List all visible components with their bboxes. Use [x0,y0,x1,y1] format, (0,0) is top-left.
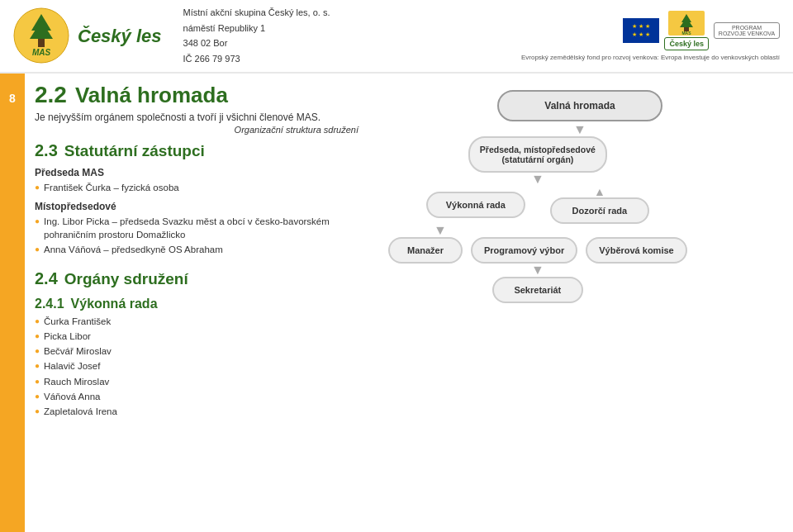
section-22-title: Valná hromada [75,83,228,108]
arrow-1-icon: ▼ [380,123,780,136]
predseda-box: Předseda, místopředsedové (statutární or… [468,136,607,173]
section-23-heading: 2.3 Statutární zástupci [35,141,359,160]
program-badge: PROGRAM ROZVOJE VENKOVA [714,22,780,39]
valha-hromada-label: Valná hromada [544,100,615,112]
manazer-label: Manažer [407,245,444,255]
section-241: 2.4.1 Výkonná rada ● Čurka František ● P… [35,297,359,418]
section-23-number: 2.3 [35,141,58,160]
ic-number: IČ 266 79 973 [183,51,330,67]
vyberova-komise-box: Výběrová komise [586,237,687,264]
vykonna-col: Výkonná rada [426,192,525,218]
content-area: 8 2.2 Valná hromada Je nejvyšším orgánem… [0,74,793,532]
org-structure-label: Organizační struktura sdružení [35,125,359,135]
section-23-title: Statutární zástupci [64,142,205,160]
member-4-name: Rauch Miroslav [44,375,109,388]
vykonna-rada-box: Výkonná rada [426,192,525,218]
arrow-up-icon: ▲ [594,186,605,197]
member-0-row: ● Čurka František [35,315,359,328]
vykonna-rada-label: Výkonná rada [446,200,506,210]
row-2: Předseda, místopředsedové (statutární or… [380,136,780,303]
member-6-row: ● Zapletalová Irena [35,405,359,418]
logo-section: MAS Český les [13,5,162,67]
predseda-person-row: ● František Čurka – fyzická osoba [35,181,359,194]
left-content: 2.2 Valná hromada Je nejvyšším orgánem s… [25,74,372,532]
svg-rect-3 [38,39,45,47]
member-1-bullet-icon: ● [35,331,40,340]
eu-section: ★ ★ ★ ★ ★ ★ MAS Český les PROGRAM ROZVO [521,5,780,67]
predseda-bullet-icon: ● [35,183,40,192]
org-name-display: Český les [78,26,162,47]
member-4-row: ● Rauch Miroslav [35,375,359,388]
svg-text:★ ★ ★: ★ ★ ★ [633,23,651,29]
section-24-heading: 2.4 Orgány sdružení [35,269,359,288]
dozorci-rada-box: Dozorčí rada [550,197,649,224]
header: MAS Český les Místní akční skupina Český… [0,0,793,74]
member-5-name: Váňová Anna [44,390,100,403]
section-24: 2.4 Orgány sdružení [35,269,359,288]
member-0-bullet-icon: ● [35,316,40,325]
section-23: 2.3 Statutární zástupci Předseda MAS ● F… [35,141,359,256]
cesky-les-text-badge: Český les [664,37,709,50]
predseda-col: Předseda, místopředsedové (statutární or… [388,136,687,303]
section-241-number: 2.4.1 [35,297,64,311]
member-2-name: Bečvář Miroslav [44,344,112,358]
misto-1-person: Ing. Libor Picka – předseda Svazku měst … [44,215,359,241]
section-22-description: Je nejvyšším orgánem společnosti a tvoří… [35,112,321,123]
member-1-name: Picka Libor [44,330,91,343]
member-3-row: ● Halavič Josef [35,359,359,373]
org-chart: Valná hromada ▼ Předseda, místopředsedov… [380,82,780,311]
member-5-bullet-icon: ● [35,392,40,401]
section-22-number: 2.2 [35,82,67,108]
mas-logo-icon: MAS [13,7,69,64]
member-1-row: ● Picka Libor [35,330,359,343]
programovy-vybor-box: Programový výbor [471,237,577,264]
misto-2-bullet-icon: ● [35,245,40,254]
predseda-box-line1: Předseda, místopředsedové [480,145,596,154]
section-22: 2.2 Valná hromada Je nejvyšším orgánem s… [35,82,359,135]
misto-1-bullet-icon: ● [35,216,40,226]
section-22-heading: 2.2 Valná hromada [35,82,359,108]
svg-text:MAS: MAS [682,31,692,36]
arrow-4-icon: ▼ [531,264,544,277]
valha-hromada-box: Valná hromada [497,90,662,121]
misto-1-row: ● Ing. Libor Picka – předseda Svazku měs… [35,215,359,241]
member-3-bullet-icon: ● [35,361,40,370]
address-block: Místní akční skupina Český les, o. s. ná… [183,5,330,67]
address-line1: náměstí Republiky 1 [183,21,330,36]
misto-2-person: Anna Váňová – předsedkyně OS Abraham [44,243,223,256]
valha-hromada-row: Valná hromada [380,90,780,121]
predseda-person: František Čurka – fyzická osoba [44,181,179,194]
svg-text:MAS: MAS [32,48,51,57]
row-4: Manažer Programový výbor Výběrová komise [388,237,687,264]
svg-rect-5 [623,18,659,43]
section-241-title: Výkonná rada [71,297,158,311]
predseda-label: Předseda MAS [35,167,359,178]
mistopredsedove-label: Místopředsedové [35,201,359,212]
arrow-2-icon: ▼ [531,173,544,186]
member-0-name: Čurka František [44,315,111,328]
member-6-name: Zapletalová Irena [44,405,117,418]
company-full-name: Místní akční skupina Český les, o. s. [183,5,330,21]
sidebar-number: 8 [9,92,16,105]
section-24-number: 2.4 [35,269,58,288]
member-4-bullet-icon: ● [35,377,40,386]
manazer-box: Manažer [388,237,463,264]
programovy-vybor-label: Programový výbor [484,245,564,255]
member-2-row: ● Bečvář Miroslav [35,344,359,358]
sekretariat-label: Sekretariát [514,285,561,295]
sekretariat-box: Sekretariát [492,277,583,303]
member-6-bullet-icon: ● [35,406,40,416]
member-3-name: Halavič Josef [44,359,100,373]
dozorci-col: ▲ Dozorčí rada [550,186,649,224]
sidebar-number-bar: 8 [0,74,25,532]
page: MAS Český les Místní akční skupina Český… [0,0,793,532]
arrow-3-icon: ▼ [434,224,447,237]
row-3: Výkonná rada ▲ Dozorčí rada [426,186,649,224]
section-24-title: Orgány sdružení [64,270,188,288]
eu-logos-row: ★ ★ ★ ★ ★ ★ MAS Český les PROGRAM ROZVO [623,11,780,50]
cesky-les-logo-icon: MAS [668,11,705,36]
eu-caption: Evropský zemědělský fond pro rozvoj venk… [521,54,780,61]
member-2-bullet-icon: ● [35,346,40,355]
address-line2: 348 02 Bor [183,36,330,51]
logo-text: Český les [78,24,162,47]
